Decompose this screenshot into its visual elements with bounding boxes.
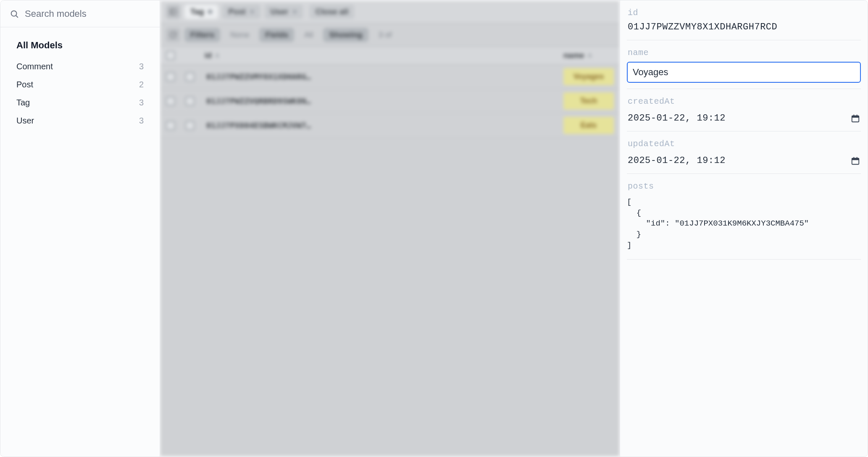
created-at-input[interactable]: 2025-01-22, 19:12 (627, 110, 861, 131)
table-row[interactable]: 01JJ7PWZZVMY8X1XDHARG… Voyages (160, 65, 620, 89)
tab-user[interactable]: User × (265, 5, 303, 19)
cell-id: 01JJ7PX004ESBWKCMJVW7… (205, 121, 563, 130)
filters-value: None (224, 28, 255, 42)
showing-value: 3 of (373, 28, 398, 42)
filters-button[interactable]: Filters (184, 28, 220, 42)
posts-value: [ { "id": "01JJ7PX031K9M6KXJY3CMBA475" }… (627, 195, 861, 259)
field-label-id: id (627, 0, 861, 22)
table-row[interactable]: 01JJ7PWZZVQRBRD9SWK8N… Tech (160, 89, 620, 113)
updated-at-value: 2025-01-22, 19:12 (628, 155, 726, 166)
field-label-updated: updatedAt (627, 131, 861, 153)
cell-id: 01JJ7PWZZVQRBRD9SWK8N… (205, 97, 563, 105)
field-id: id 01JJ7PWZZVMY8X1XDHARGH7RCD (627, 0, 861, 40)
close-icon[interactable]: × (292, 7, 297, 16)
sidebar-item-comment[interactable]: Comment 3 (7, 58, 153, 76)
tab-bar: Tag Post × User × Close all (160, 0, 620, 24)
toolbar: Filters None Fields All Showing 3 of (160, 24, 620, 47)
select-all-checkbox[interactable] (166, 51, 175, 60)
tab-label: Post (228, 7, 245, 16)
svg-rect-9 (852, 158, 859, 160)
grid-header: id A name A (160, 47, 620, 65)
refresh-icon[interactable] (166, 28, 180, 42)
row-checkbox[interactable] (166, 121, 175, 130)
data-grid-blur-layer: Tag Post × User × Close all (160, 0, 620, 457)
field-value-id: 01JJ7PWZZVMY8X1XDHARGH7RCD (627, 22, 861, 40)
sidebar-item-post[interactable]: Post 2 (7, 76, 153, 94)
svg-line-1 (16, 16, 18, 17)
sort-indicator: A (215, 52, 219, 59)
sidebar-item-label: Post (16, 80, 33, 89)
dirty-dot-icon (208, 10, 212, 14)
field-name: name (627, 40, 861, 89)
cell-name: Voyages (563, 68, 614, 85)
tab-post[interactable]: Post × (222, 5, 260, 19)
row-checkbox[interactable] (166, 97, 175, 106)
all-models-heading: All Models (7, 37, 153, 58)
sidebar-item-label: Tag (16, 98, 30, 108)
svg-rect-2 (170, 9, 176, 14)
cell-name: Eats (563, 117, 614, 134)
column-header-id[interactable]: id (205, 51, 212, 60)
calendar-icon (851, 114, 860, 123)
svg-rect-5 (852, 116, 859, 118)
sort-indicator: A (588, 52, 592, 59)
tab-tag[interactable]: Tag (184, 5, 218, 19)
field-posts: posts [ { "id": "01JJ7PX031K9M6KXJY3CMBA… (627, 174, 861, 260)
showing-button[interactable]: Showing (323, 28, 368, 42)
sidebar-item-label: User (16, 116, 34, 126)
sidebar: All Models Comment 3 Post 2 Tag 3 User 3 (0, 0, 160, 457)
app-frame: All Models Comment 3 Post 2 Tag 3 User 3 (0, 0, 868, 457)
cell-id: 01JJ7PWZZVMY8X1XDHARG… (205, 72, 563, 81)
close-all-button[interactable]: Close all (310, 5, 354, 19)
row-checkbox[interactable] (166, 72, 175, 81)
panel-toggle-icon[interactable] (166, 5, 180, 19)
sidebar-item-count: 3 (139, 62, 144, 71)
row-expand-icon[interactable] (185, 121, 195, 130)
data-grid-panel: Tag Post × User × Close all (160, 0, 620, 457)
table-row[interactable]: 01JJ7PX004ESBWKCMJVW7… Eats (160, 113, 620, 138)
field-created-at: createdAt 2025-01-22, 19:12 (627, 89, 861, 131)
created-at-value: 2025-01-22, 19:12 (628, 113, 726, 123)
sidebar-item-count: 2 (139, 80, 144, 89)
field-label-created: createdAt (627, 89, 861, 110)
sidebar-item-count: 3 (139, 116, 144, 126)
calendar-icon (851, 156, 860, 165)
sidebar-item-label: Comment (16, 62, 53, 71)
sidebar-item-user[interactable]: User 3 (7, 112, 153, 130)
models-block: All Models Comment 3 Post 2 Tag 3 User 3 (0, 27, 160, 130)
field-updated-at: updatedAt 2025-01-22, 19:12 (627, 131, 861, 174)
close-icon[interactable]: × (250, 7, 255, 16)
fields-value: All (298, 28, 319, 42)
row-expand-icon[interactable] (185, 97, 195, 106)
tab-label: User (271, 7, 288, 16)
updated-at-input[interactable]: 2025-01-22, 19:12 (627, 153, 861, 173)
details-panel: id 01JJ7PWZZVMY8X1XDHARGH7RCD name creat… (620, 0, 868, 457)
tab-label: Tag (190, 7, 204, 16)
row-expand-icon[interactable] (185, 72, 195, 81)
search-row (0, 0, 160, 27)
search-input[interactable] (25, 8, 150, 19)
sidebar-item-tag[interactable]: Tag 3 (7, 94, 153, 112)
field-label-posts: posts (627, 174, 861, 195)
fields-button[interactable]: Fields (259, 28, 294, 42)
search-icon (10, 9, 19, 18)
field-label-name: name (627, 40, 861, 62)
cell-name: Tech (563, 92, 614, 110)
sidebar-item-count: 3 (139, 98, 144, 108)
column-header-name[interactable]: name (563, 51, 584, 60)
name-input[interactable] (627, 62, 861, 83)
close-all-label: Close all (316, 7, 348, 16)
